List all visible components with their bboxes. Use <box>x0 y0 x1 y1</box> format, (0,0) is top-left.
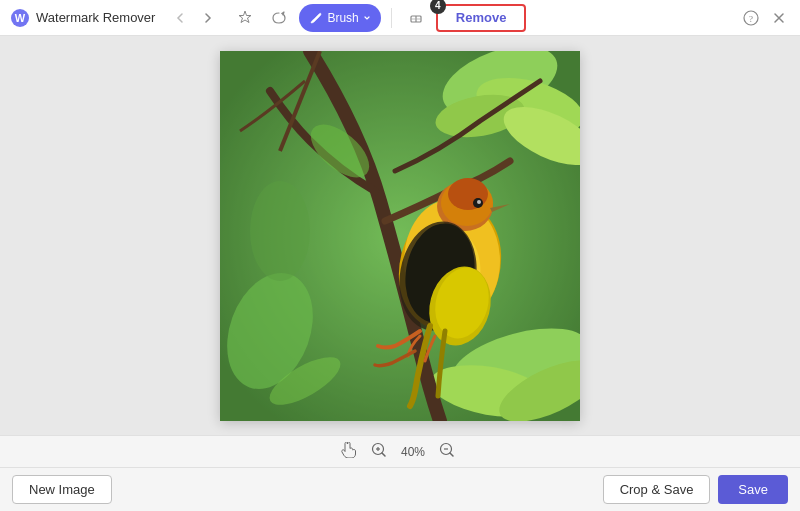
remove-button-wrapper: 4 Remove <box>436 4 527 32</box>
brush-icon <box>309 11 323 25</box>
new-image-button[interactable]: New Image <box>12 475 112 504</box>
svg-line-35 <box>382 453 385 456</box>
bottom-bar: New Image Crop & Save Save <box>0 467 800 511</box>
lasso-tool-button[interactable] <box>265 4 293 32</box>
nav-buttons <box>167 5 221 31</box>
svg-text:?: ? <box>749 14 753 24</box>
window-controls: ? <box>740 7 790 29</box>
notification-badge: 4 <box>430 0 446 14</box>
right-actions: Crop & Save Save <box>603 475 788 504</box>
app-title: Watermark Remover <box>36 10 155 25</box>
zoom-level: 40% <box>401 445 425 459</box>
close-button[interactable] <box>768 7 790 29</box>
back-button[interactable] <box>167 5 193 31</box>
title-bar: W Watermark Remover Brush <box>0 0 800 36</box>
toolbar-tools: Brush 4 Remove <box>231 4 730 32</box>
svg-point-17 <box>250 181 310 281</box>
brush-tool-button[interactable]: Brush <box>299 4 380 32</box>
app-logo-icon: W <box>10 8 30 28</box>
forward-button[interactable] <box>195 5 221 31</box>
brush-label: Brush <box>327 11 358 25</box>
image-container[interactable] <box>220 51 580 421</box>
help-button[interactable]: ? <box>740 7 762 29</box>
canvas-area <box>0 36 800 435</box>
hand-tool-icon[interactable] <box>341 442 357 461</box>
zoom-bar: 40% <box>0 435 800 467</box>
zoom-in-icon[interactable] <box>367 440 391 463</box>
remove-button[interactable]: Remove <box>436 4 527 32</box>
svg-line-38 <box>450 453 453 456</box>
svg-point-25 <box>477 200 481 204</box>
main-image <box>220 51 580 421</box>
brush-chevron-icon <box>363 14 371 22</box>
svg-text:W: W <box>15 12 26 24</box>
star-tool-button[interactable] <box>231 4 259 32</box>
crop-save-button[interactable]: Crop & Save <box>603 475 711 504</box>
zoom-out-icon[interactable] <box>435 440 459 463</box>
save-button[interactable]: Save <box>718 475 788 504</box>
eraser-tool-button[interactable] <box>402 4 430 32</box>
